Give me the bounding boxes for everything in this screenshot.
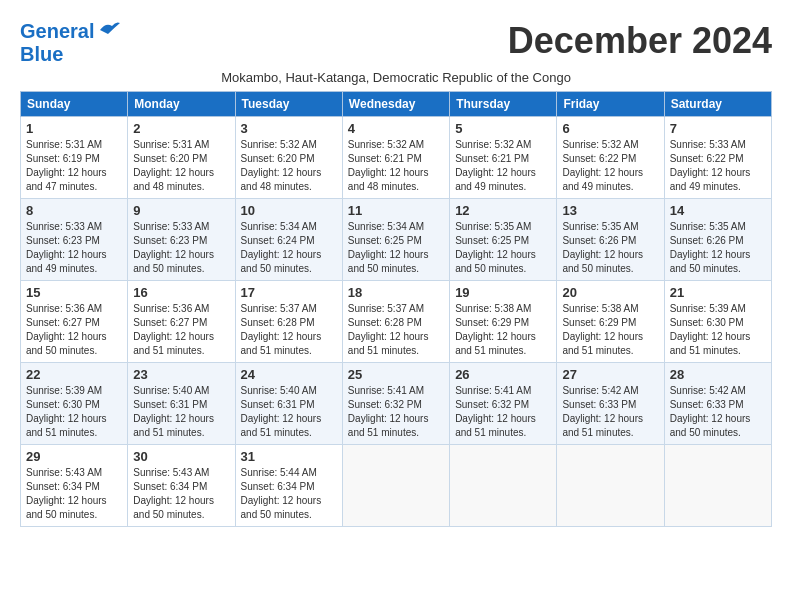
daylight-label: Daylight: 12 hours and 51 minutes. — [455, 331, 536, 356]
daylight-label: Daylight: 12 hours and 50 minutes. — [348, 249, 429, 274]
calendar-cell — [557, 445, 664, 527]
calendar-cell: 12 Sunrise: 5:35 AM Sunset: 6:25 PM Dayl… — [450, 199, 557, 281]
day-info: Sunrise: 5:37 AM Sunset: 6:28 PM Dayligh… — [348, 302, 444, 358]
daylight-label: Daylight: 12 hours and 51 minutes. — [133, 331, 214, 356]
calendar-header-monday: Monday — [128, 92, 235, 117]
calendar-header-row: SundayMondayTuesdayWednesdayThursdayFrid… — [21, 92, 772, 117]
day-number: 31 — [241, 449, 337, 464]
daylight-label: Daylight: 12 hours and 50 minutes. — [26, 331, 107, 356]
day-info: Sunrise: 5:36 AM Sunset: 6:27 PM Dayligh… — [26, 302, 122, 358]
sunrise-label: Sunrise: 5:41 AM — [455, 385, 531, 396]
day-info: Sunrise: 5:42 AM Sunset: 6:33 PM Dayligh… — [562, 384, 658, 440]
title-block: December 2024 — [508, 20, 772, 62]
daylight-label: Daylight: 12 hours and 50 minutes. — [670, 413, 751, 438]
day-info: Sunrise: 5:32 AM Sunset: 6:20 PM Dayligh… — [241, 138, 337, 194]
calendar-cell: 4 Sunrise: 5:32 AM Sunset: 6:21 PM Dayli… — [342, 117, 449, 199]
sunrise-label: Sunrise: 5:36 AM — [133, 303, 209, 314]
sunset-label: Sunset: 6:21 PM — [348, 153, 422, 164]
calendar-week-row: 8 Sunrise: 5:33 AM Sunset: 6:23 PM Dayli… — [21, 199, 772, 281]
calendar-cell: 6 Sunrise: 5:32 AM Sunset: 6:22 PM Dayli… — [557, 117, 664, 199]
daylight-label: Daylight: 12 hours and 50 minutes. — [241, 249, 322, 274]
calendar-week-row: 15 Sunrise: 5:36 AM Sunset: 6:27 PM Dayl… — [21, 281, 772, 363]
sunset-label: Sunset: 6:34 PM — [241, 481, 315, 492]
sunset-label: Sunset: 6:21 PM — [455, 153, 529, 164]
calendar-week-row: 1 Sunrise: 5:31 AM Sunset: 6:19 PM Dayli… — [21, 117, 772, 199]
daylight-label: Daylight: 12 hours and 51 minutes. — [241, 331, 322, 356]
sunrise-label: Sunrise: 5:39 AM — [670, 303, 746, 314]
sunrise-label: Sunrise: 5:36 AM — [26, 303, 102, 314]
sunset-label: Sunset: 6:34 PM — [26, 481, 100, 492]
sunset-label: Sunset: 6:30 PM — [670, 317, 744, 328]
day-number: 18 — [348, 285, 444, 300]
calendar-cell: 11 Sunrise: 5:34 AM Sunset: 6:25 PM Dayl… — [342, 199, 449, 281]
day-number: 29 — [26, 449, 122, 464]
calendar-cell: 2 Sunrise: 5:31 AM Sunset: 6:20 PM Dayli… — [128, 117, 235, 199]
day-number: 22 — [26, 367, 122, 382]
day-info: Sunrise: 5:32 AM Sunset: 6:21 PM Dayligh… — [348, 138, 444, 194]
day-info: Sunrise: 5:32 AM Sunset: 6:21 PM Dayligh… — [455, 138, 551, 194]
calendar-header-thursday: Thursday — [450, 92, 557, 117]
sunrise-label: Sunrise: 5:44 AM — [241, 467, 317, 478]
sunrise-label: Sunrise: 5:32 AM — [455, 139, 531, 150]
calendar-cell: 27 Sunrise: 5:42 AM Sunset: 6:33 PM Dayl… — [557, 363, 664, 445]
daylight-label: Daylight: 12 hours and 51 minutes. — [133, 413, 214, 438]
calendar-header-saturday: Saturday — [664, 92, 771, 117]
sunrise-label: Sunrise: 5:38 AM — [562, 303, 638, 314]
daylight-label: Daylight: 12 hours and 51 minutes. — [562, 413, 643, 438]
calendar-cell: 13 Sunrise: 5:35 AM Sunset: 6:26 PM Dayl… — [557, 199, 664, 281]
calendar-header-wednesday: Wednesday — [342, 92, 449, 117]
day-info: Sunrise: 5:40 AM Sunset: 6:31 PM Dayligh… — [241, 384, 337, 440]
day-info: Sunrise: 5:39 AM Sunset: 6:30 PM Dayligh… — [670, 302, 766, 358]
daylight-label: Daylight: 12 hours and 48 minutes. — [348, 167, 429, 192]
daylight-label: Daylight: 12 hours and 50 minutes. — [455, 249, 536, 274]
day-number: 10 — [241, 203, 337, 218]
day-info: Sunrise: 5:31 AM Sunset: 6:20 PM Dayligh… — [133, 138, 229, 194]
day-number: 21 — [670, 285, 766, 300]
calendar-cell: 14 Sunrise: 5:35 AM Sunset: 6:26 PM Dayl… — [664, 199, 771, 281]
sunrise-label: Sunrise: 5:40 AM — [241, 385, 317, 396]
day-info: Sunrise: 5:40 AM Sunset: 6:31 PM Dayligh… — [133, 384, 229, 440]
sunset-label: Sunset: 6:23 PM — [26, 235, 100, 246]
day-info: Sunrise: 5:39 AM Sunset: 6:30 PM Dayligh… — [26, 384, 122, 440]
calendar-cell: 18 Sunrise: 5:37 AM Sunset: 6:28 PM Dayl… — [342, 281, 449, 363]
sunset-label: Sunset: 6:25 PM — [348, 235, 422, 246]
day-info: Sunrise: 5:33 AM Sunset: 6:23 PM Dayligh… — [133, 220, 229, 276]
daylight-label: Daylight: 12 hours and 49 minutes. — [26, 249, 107, 274]
daylight-label: Daylight: 12 hours and 49 minutes. — [670, 167, 751, 192]
sunset-label: Sunset: 6:19 PM — [26, 153, 100, 164]
day-number: 26 — [455, 367, 551, 382]
page-header: General Blue December 2024 — [20, 20, 772, 66]
sunrise-label: Sunrise: 5:32 AM — [348, 139, 424, 150]
sunset-label: Sunset: 6:28 PM — [241, 317, 315, 328]
sunset-label: Sunset: 6:27 PM — [26, 317, 100, 328]
day-info: Sunrise: 5:38 AM Sunset: 6:29 PM Dayligh… — [455, 302, 551, 358]
sunset-label: Sunset: 6:26 PM — [670, 235, 744, 246]
daylight-label: Daylight: 12 hours and 50 minutes. — [670, 249, 751, 274]
sunset-label: Sunset: 6:33 PM — [562, 399, 636, 410]
day-info: Sunrise: 5:35 AM Sunset: 6:25 PM Dayligh… — [455, 220, 551, 276]
subtitle: Mokambo, Haut-Katanga, Democratic Republ… — [20, 70, 772, 85]
sunrise-label: Sunrise: 5:32 AM — [562, 139, 638, 150]
daylight-label: Daylight: 12 hours and 50 minutes. — [26, 495, 107, 520]
sunrise-label: Sunrise: 5:39 AM — [26, 385, 102, 396]
day-info: Sunrise: 5:34 AM Sunset: 6:24 PM Dayligh… — [241, 220, 337, 276]
sunset-label: Sunset: 6:25 PM — [455, 235, 529, 246]
calendar-cell: 21 Sunrise: 5:39 AM Sunset: 6:30 PM Dayl… — [664, 281, 771, 363]
day-info: Sunrise: 5:35 AM Sunset: 6:26 PM Dayligh… — [670, 220, 766, 276]
sunrise-label: Sunrise: 5:43 AM — [26, 467, 102, 478]
day-number: 5 — [455, 121, 551, 136]
daylight-label: Daylight: 12 hours and 50 minutes. — [133, 495, 214, 520]
sunrise-label: Sunrise: 5:41 AM — [348, 385, 424, 396]
daylight-label: Daylight: 12 hours and 49 minutes. — [455, 167, 536, 192]
sunset-label: Sunset: 6:29 PM — [562, 317, 636, 328]
day-number: 15 — [26, 285, 122, 300]
sunrise-label: Sunrise: 5:31 AM — [133, 139, 209, 150]
sunset-label: Sunset: 6:30 PM — [26, 399, 100, 410]
sunset-label: Sunset: 6:28 PM — [348, 317, 422, 328]
calendar-cell: 22 Sunrise: 5:39 AM Sunset: 6:30 PM Dayl… — [21, 363, 128, 445]
day-number: 1 — [26, 121, 122, 136]
daylight-label: Daylight: 12 hours and 51 minutes. — [26, 413, 107, 438]
sunrise-label: Sunrise: 5:35 AM — [455, 221, 531, 232]
calendar-cell — [342, 445, 449, 527]
day-number: 16 — [133, 285, 229, 300]
